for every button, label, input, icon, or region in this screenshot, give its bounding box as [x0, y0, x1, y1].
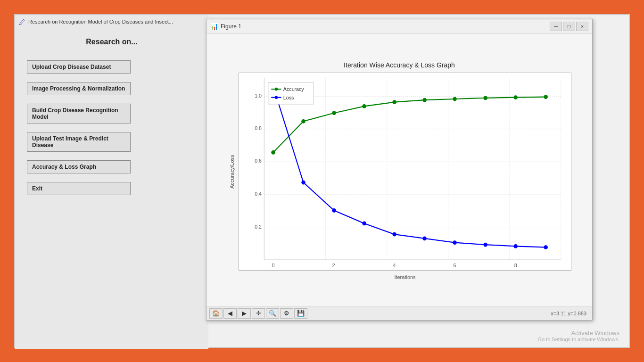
x-axis-label: Iterations	[239, 274, 571, 280]
loss-dot-1	[301, 181, 305, 185]
app-title: Research on...	[22, 38, 201, 46]
svg-text:Accuracy: Accuracy	[283, 86, 304, 92]
app-titlebar-text: Research on Recognition Model of Crop Di…	[28, 19, 173, 25]
outer-frame: 🖊 Research on Recognition Model of Crop …	[14, 14, 630, 348]
acc-dot-1	[301, 119, 305, 123]
loss-dot-7	[483, 243, 487, 247]
svg-text:0.6: 0.6	[255, 158, 262, 164]
sidebar-btn-upload-dataset[interactable]: Upload Crop Disease Dataset	[27, 60, 131, 74]
svg-text:8: 8	[514, 263, 517, 268]
loss-dot-6	[453, 240, 457, 245]
app-icon: 🖊	[19, 18, 25, 25]
svg-rect-0	[264, 78, 561, 260]
app-content: Research on... Upload Crop Disease Datas…	[15, 28, 208, 213]
chart-container: Accuracy/Loss	[227, 73, 571, 271]
svg-point-29	[275, 96, 278, 99]
svg-text:0: 0	[272, 263, 275, 268]
acc-dot-2	[332, 111, 336, 115]
figure-body: Iteration Wise Accuracy & Loss Graph Acc…	[206, 33, 592, 306]
acc-dot-8	[513, 95, 518, 99]
svg-text:0.8: 0.8	[255, 125, 262, 131]
close-button[interactable]: ×	[576, 22, 588, 31]
loss-dot-8	[513, 244, 518, 248]
svg-text:0.2: 0.2	[255, 224, 262, 230]
loss-dot-3	[362, 222, 366, 226]
sidebar-buttons: Upload Crop Disease DatasetImage Process…	[22, 60, 201, 195]
loss-line	[273, 87, 546, 247]
figure-title-text: Figure 1	[221, 23, 241, 30]
chart-svg: 0.2 0.4 0.6 0.8 1.0	[239, 73, 571, 271]
chart-inner: 0.2 0.4 0.6 0.8 1.0	[239, 73, 571, 271]
accuracy-line	[273, 97, 546, 153]
loss-dot-9	[544, 245, 548, 249]
y-axis-label: Accuracy/Loss	[227, 73, 237, 271]
toolbar-forward-button[interactable]: ▶	[238, 308, 251, 319]
activate-windows-title: Activate Windows	[537, 329, 619, 337]
app-titlebar: 🖊 Research on Recognition Model of Crop …	[15, 15, 208, 28]
toolbar-back-button[interactable]: ◀	[223, 308, 237, 319]
figure-icon: 📊	[210, 23, 218, 30]
acc-dot-6	[453, 97, 457, 101]
chart-area: Iteration Wise Accuracy & Loss Graph Acc…	[227, 61, 571, 278]
svg-text:6: 6	[454, 263, 456, 268]
acc-dot-7	[483, 96, 487, 100]
toolbar-zoom-button[interactable]: 🔍	[266, 308, 279, 319]
figure-toolbar: 🏠 ◀ ▶ ✛ 🔍 ⚙ 💾 x=3.11 y=0.883	[206, 306, 592, 320]
minimize-button[interactable]: ─	[550, 22, 562, 31]
activate-windows-subtitle: Go to Settings to activate Windows.	[537, 337, 619, 342]
loss-dot-2	[332, 208, 336, 213]
figure-titlebar-controls: ─ □ ×	[550, 22, 588, 31]
figure-titlebar: 📊 Figure 1 ─ □ ×	[206, 19, 592, 33]
acc-dot-4	[392, 100, 396, 104]
svg-text:2: 2	[332, 263, 335, 268]
figure-titlebar-left: 📊 Figure 1	[210, 23, 241, 30]
loss-dot-5	[422, 237, 427, 241]
sidebar-btn-build-model[interactable]: Build Crop Disease Recognition Model	[27, 104, 131, 123]
app-window: 🖊 Research on Recognition Model of Crop …	[15, 15, 208, 349]
acc-dot-5	[422, 98, 427, 102]
figure-window: 📊 Figure 1 ─ □ × Iteration Wise Accuracy…	[206, 19, 593, 321]
toolbar-left: 🏠 ◀ ▶ ✛ 🔍 ⚙ 💾	[209, 308, 307, 319]
svg-rect-24	[268, 82, 314, 104]
toolbar-pan-button[interactable]: ✛	[252, 308, 265, 319]
sidebar-btn-exit[interactable]: Exit	[27, 182, 131, 195]
sidebar-btn-upload-test[interactable]: Upload Test Image & Predict Disease	[27, 132, 131, 152]
sidebar-btn-image-processing[interactable]: Image Processing & Normalization	[27, 82, 131, 95]
toolbar-home-button[interactable]: 🏠	[209, 308, 223, 319]
maximize-button[interactable]: □	[563, 22, 575, 31]
svg-text:4: 4	[393, 263, 396, 268]
svg-text:Loss: Loss	[283, 95, 294, 100]
loss-dot-4	[392, 232, 396, 237]
svg-point-26	[275, 88, 278, 91]
chart-title: Iteration Wise Accuracy & Loss Graph	[227, 61, 571, 69]
activate-windows: Activate Windows Go to Settings to activ…	[537, 329, 619, 342]
toolbar-save-button[interactable]: 💾	[294, 308, 307, 319]
svg-text:1.0: 1.0	[255, 93, 262, 99]
sidebar-btn-accuracy-graph[interactable]: Accuracy & Loss Graph	[27, 160, 131, 173]
svg-text:0.4: 0.4	[255, 190, 262, 196]
acc-dot-0	[271, 150, 275, 155]
acc-dot-3	[362, 104, 366, 108]
acc-dot-9	[544, 95, 548, 99]
toolbar-settings-button[interactable]: ⚙	[280, 308, 293, 319]
toolbar-coords: x=3.11 y=0.883	[551, 311, 589, 316]
